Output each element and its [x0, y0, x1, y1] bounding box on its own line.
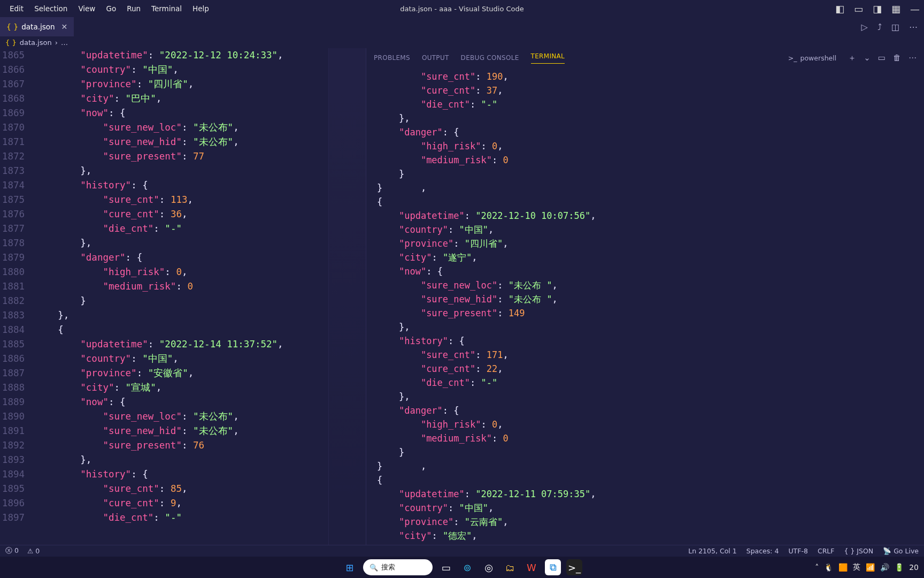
kill-terminal-icon[interactable]: 🗑 — [893, 53, 901, 63]
split-editor-icon[interactable]: ◫ — [891, 22, 899, 32]
status-lang[interactable]: { } JSON — [844, 547, 873, 555]
tray-volume-icon[interactable]: 🔊 — [880, 563, 889, 572]
tray-chevron-icon[interactable]: ˄ — [815, 563, 819, 572]
layout-grid-icon[interactable]: ▦ — [891, 3, 900, 14]
breadcrumb-tail: … — [61, 39, 68, 47]
panel: PROBLEMS OUTPUT DEBUG CONSOLE TERMINAL >… — [366, 48, 924, 545]
windows-taskbar: ⊞ 🔍 搜索 ▭ ⊚ ◎ 🗂 W ⧉ >_ ˄ 🐧 🟧 英 📶 🔊 🔋 20 — [0, 557, 924, 578]
layout-left-icon[interactable]: ◧ — [835, 3, 844, 14]
status-bar: ⓧ 0 ⚠ 0 Ln 2105, Col 1 Spaces: 4 UTF-8 C… — [0, 545, 924, 557]
file-explorer-icon[interactable]: 🗂 — [502, 559, 518, 575]
close-icon[interactable]: ✕ — [61, 22, 68, 31]
title-bar-layout-controls: ◧ ▭ ◨ ▦ — — [835, 3, 920, 14]
code-editor[interactable]: 1865 1866 1867 1868 1869 1870 1871 1872 … — [0, 48, 366, 545]
status-lncol[interactable]: Ln 2105, Col 1 — [688, 547, 736, 555]
minimap[interactable] — [328, 48, 366, 545]
task-view-icon[interactable]: ▭ — [438, 559, 454, 575]
tab-problems[interactable]: PROBLEMS — [374, 54, 410, 62]
menu-go[interactable]: Go — [101, 4, 121, 13]
new-terminal-icon[interactable]: ＋ — [848, 53, 856, 63]
tray-clock[interactable]: 20 — [909, 563, 919, 572]
taskbar-search[interactable]: 🔍 搜索 — [363, 559, 433, 575]
split-run-icon[interactable]: ⤴ — [877, 22, 882, 32]
terminal-shell-icon: >_ — [788, 54, 797, 62]
menubar: Edit Selection View Go Run Terminal Help… — [0, 0, 924, 17]
panel-tabs: PROBLEMS OUTPUT DEBUG CONSOLE TERMINAL >… — [366, 48, 924, 67]
line-number-gutter: 1865 1866 1867 1868 1869 1870 1871 1872 … — [0, 48, 30, 545]
status-spaces[interactable]: Spaces: 4 — [746, 547, 779, 555]
menu-selection[interactable]: Selection — [29, 4, 73, 13]
tab-output[interactable]: OUTPUT — [422, 54, 449, 62]
terminal-content[interactable]: "sure_cnt": 190, "cure_cnt": 37, "die_cn… — [366, 67, 924, 545]
vscode-icon[interactable]: ⧉ — [545, 559, 561, 575]
wps-icon[interactable]: W — [523, 559, 540, 575]
menu-run[interactable]: Run — [121, 4, 146, 13]
layout-bottom-icon[interactable]: ▭ — [854, 3, 863, 14]
menu-view[interactable]: View — [73, 4, 101, 13]
split-terminal-icon[interactable]: ▭ — [878, 53, 886, 63]
menu-help[interactable]: Help — [187, 4, 214, 13]
breadcrumb-sep: › — [55, 39, 58, 47]
minimize-icon[interactable]: — — [910, 3, 920, 14]
more-icon[interactable]: ⋯ — [909, 22, 918, 32]
status-golive[interactable]: 📡 Go Live — [883, 547, 919, 555]
panel-more-icon[interactable]: ⋯ — [908, 53, 917, 63]
tab-terminal[interactable]: TERMINAL — [531, 52, 565, 64]
chrome-icon[interactable]: ◎ — [481, 559, 497, 575]
code-content[interactable]: "updatetime": "2022-12-12 10:24:33", "co… — [30, 48, 328, 545]
tab-label: data.json — [21, 22, 55, 31]
start-icon[interactable]: ⊞ — [342, 559, 358, 575]
tab-data-json[interactable]: { } data.json ✕ — [0, 17, 74, 36]
terminal-shell-selector[interactable]: >_ powershell — [788, 54, 836, 62]
window-title: data.json - aaa - Visual Studio Code — [400, 5, 524, 13]
terminal-shell-name: powershell — [800, 54, 837, 62]
menu-edit[interactable]: Edit — [4, 4, 29, 13]
menu-terminal[interactable]: Terminal — [146, 4, 187, 13]
terminal-app-icon[interactable]: >_ — [566, 559, 582, 575]
status-warnings[interactable]: ⚠ 0 — [27, 547, 40, 555]
tab-debug-console[interactable]: DEBUG CONSOLE — [461, 54, 519, 62]
status-eol[interactable]: CRLF — [818, 547, 835, 555]
run-icon[interactable]: ▷ — [861, 22, 868, 32]
tray-app2-icon[interactable]: 🟧 — [838, 563, 848, 572]
tray-ime-icon[interactable]: 英 — [853, 562, 860, 572]
tray-battery-icon[interactable]: 🔋 — [895, 563, 904, 572]
tray-app-icon[interactable]: 🐧 — [824, 563, 833, 572]
json-file-icon: { } — [6, 22, 18, 31]
taskbar-search-placeholder: 搜索 — [381, 562, 395, 572]
edge-icon[interactable]: ⊚ — [459, 559, 475, 575]
json-file-icon: { } — [5, 39, 17, 47]
search-icon: 🔍 — [369, 564, 378, 572]
tab-bar: { } data.json ✕ ▷ ⤴ ◫ ⋯ — [0, 17, 924, 36]
tray-wifi-icon[interactable]: 📶 — [866, 563, 875, 572]
status-encoding[interactable]: UTF-8 — [788, 547, 807, 555]
editor-actions: ▷ ⤴ ◫ ⋯ — [861, 17, 924, 36]
layout-right-icon[interactable]: ◨ — [873, 3, 882, 14]
main-area: 1865 1866 1867 1868 1869 1870 1871 1872 … — [0, 48, 924, 545]
status-errors[interactable]: ⓧ 0 — [5, 546, 19, 556]
breadcrumb[interactable]: { } data.json › … — [0, 36, 924, 48]
breadcrumb-file: data.json — [20, 39, 52, 47]
system-tray: ˄ 🐧 🟧 英 📶 🔊 🔋 20 — [815, 562, 919, 572]
terminal-dropdown-icon[interactable]: ⌄ — [864, 53, 871, 63]
